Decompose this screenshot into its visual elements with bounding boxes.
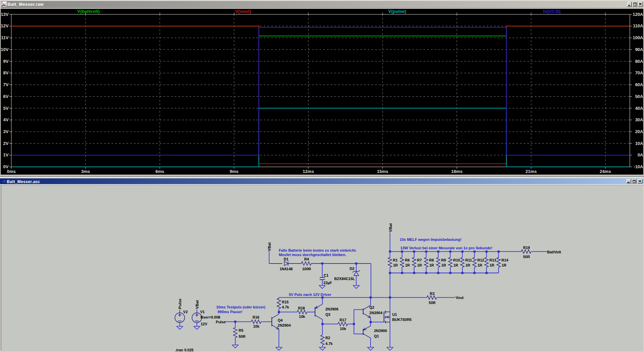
svg-text:1R: 1R [490,263,494,267]
svg-text:1R: 1R [465,263,470,267]
svg-text:Q4: Q4 [278,318,283,322]
svg-text:R14: R14 [502,258,509,262]
svg-text:8V: 8V [3,70,9,75]
svg-text:11V: 11V [1,35,9,40]
svg-text:.tran 0.025: .tran 0.025 [175,348,193,351]
svg-text:3ms: 3ms [81,169,90,174]
svg-text:12V: 12V [200,322,207,326]
svg-text:V(vout): V(vout) [235,9,251,14]
svg-text:BUK7S0R5: BUK7S0R5 [392,318,411,322]
svg-text:4.7k: 4.7k [282,305,289,309]
svg-text:22µF: 22µF [323,281,332,285]
svg-text:R10: R10 [453,258,460,262]
svg-text:120A: 120A [633,12,643,17]
svg-text:100A: 100A [633,35,643,40]
svg-text:VBat: VBat [195,300,199,309]
svg-text:R9: R9 [441,258,446,262]
svg-text:V(pulse): V(pulse) [388,9,406,14]
svg-text:1R: 1R [453,263,458,267]
svg-text:110A: 110A [633,23,643,28]
svg-text:80A: 80A [635,59,643,64]
svg-text:12ms: 12ms [303,169,314,174]
svg-text:VBat: VBat [388,223,393,232]
svg-text:10k: 10k [253,324,260,328]
svg-text:10ms Testpuls (oder kürzer): 10ms Testpuls (oder kürzer) [216,305,265,309]
svg-text:-10A: -10A [634,164,643,169]
svg-text:0ms: 0ms [7,169,16,174]
svg-text:2V: 2V [3,141,9,146]
svg-text:13W Verlust bei einer Messrate: 13W Verlust bei einer Messrate von 1x pr… [400,246,492,250]
svg-text:VBat: VBat [267,242,271,251]
svg-text:9ms: 9ms [230,169,238,174]
svg-text:1R: 1R [429,263,434,267]
svg-text:5V Puls nach 12V Driver: 5V Puls nach 12V Driver [289,293,332,297]
svg-text:R7: R7 [417,258,422,262]
svg-text:13V: 13V [1,12,8,17]
svg-text:Rser=0.008: Rser=0.008 [200,315,220,319]
svg-text:10x MELF wegen Impulsbelastung: 10x MELF wegen Impulsbelastung! [400,237,461,242]
svg-text:1N4148: 1N4148 [279,267,293,271]
svg-text:5V: 5V [3,106,9,111]
svg-text:Vout: Vout [456,296,464,300]
svg-text:C1: C1 [324,273,328,277]
svg-text:10k: 10k [299,315,305,319]
svg-text:21ms: 21ms [526,169,537,174]
svg-text:D1: D1 [284,257,289,261]
svg-text:2N3906: 2N3906 [374,329,387,333]
svg-text:V2: V2 [183,310,188,314]
svg-text:R13: R13 [489,258,496,262]
svg-text:R8: R8 [429,258,434,262]
svg-text:D2: D2 [350,267,354,271]
svg-text:1R: 1R [417,263,422,267]
svg-text:4V: 4V [3,117,9,122]
svg-text:100R: 100R [302,267,311,271]
svg-text:Q1: Q1 [374,334,379,338]
svg-text:10V: 10V [1,47,8,52]
svg-text:0A: 0A [638,152,643,157]
svg-text:18ms: 18ms [451,169,462,174]
svg-text:Falls Batterie beim testen zu: Falls Batterie beim testen zu stark einb… [279,248,356,252]
svg-text:6V: 6V [3,94,9,99]
svg-text:R12: R12 [477,258,484,262]
svg-text:1R: 1R [478,263,482,267]
svg-text:12V: 12V [1,23,8,28]
svg-text:15ms: 15ms [377,169,388,174]
svg-text:2N3904: 2N3904 [369,311,382,315]
svg-text:60A: 60A [635,82,643,87]
svg-text:R5: R5 [239,328,243,332]
svg-text:50A: 50A [635,94,643,99]
svg-text:40A: 40A [635,106,643,111]
svg-text:50R: 50R [239,334,245,338]
svg-text:BattVolt: BattVolt [547,250,561,254]
svg-text:1R: 1R [502,263,506,267]
svg-text:2N3906: 2N3906 [325,307,339,311]
svg-text:7V: 7V [3,82,9,87]
svg-text:R17: R17 [340,318,346,322]
svg-text:Pulse: Pulse [178,299,182,309]
svg-text:10A: 10A [635,141,643,146]
svg-text:70A: 70A [635,70,643,75]
svg-text:R3: R3 [430,292,434,296]
svg-text:R19: R19 [523,246,530,250]
svg-text:50R: 50R [523,255,530,259]
svg-text:6ms: 6ms [155,169,164,174]
svg-text:R18: R18 [298,306,305,310]
svg-text:Pulse: Pulse [216,320,225,324]
svg-text:1R: 1R [393,263,398,267]
svg-text:Mosfet muss durchgeschaltet bl: Mosfet muss durchgeschaltet bleiben. [279,253,346,257]
svg-text:R16: R16 [252,315,259,319]
svg-text:90A: 90A [635,47,643,52]
svg-text:10k: 10k [340,327,346,331]
svg-text:Q3: Q3 [325,312,330,317]
svg-text:1V: 1V [3,152,9,157]
svg-text:V(battvolt): V(battvolt) [77,9,100,14]
svg-text:R1: R1 [393,258,398,262]
svg-text:Ix(U1:D): Ix(U1:D) [543,9,561,14]
svg-text:R11: R11 [465,258,472,262]
svg-text:Q2: Q2 [369,305,374,309]
svg-text:9V: 9V [3,59,9,64]
svg-text:990ms Pause!: 990ms Pause! [218,310,242,314]
svg-text:R4: R4 [304,257,309,261]
svg-text:1R: 1R [405,263,410,267]
svg-text:3V: 3V [3,129,9,134]
